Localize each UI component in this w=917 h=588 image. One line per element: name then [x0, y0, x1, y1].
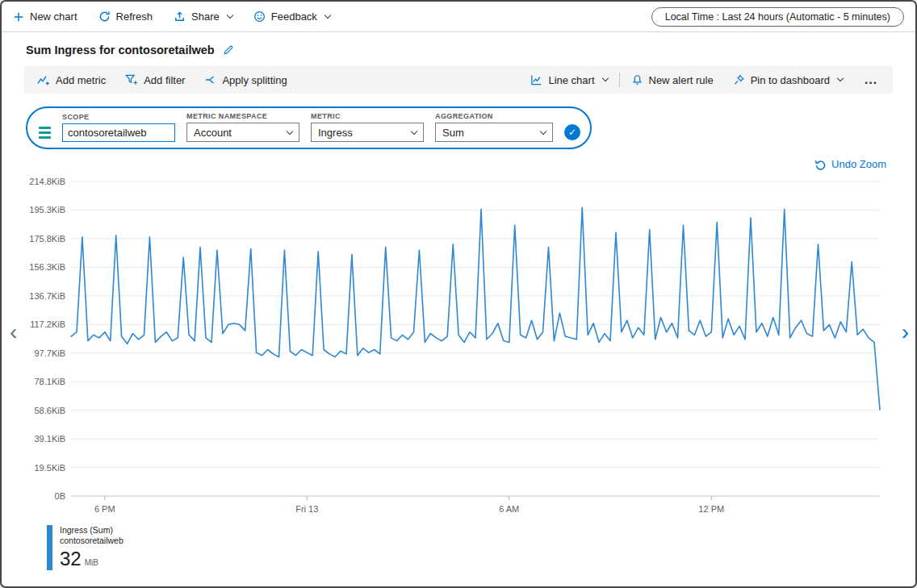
apply-splitting-label: Apply splitting — [222, 74, 287, 86]
apply-splitting-icon — [204, 74, 216, 85]
y-tick-label: 117.2KiB — [30, 319, 65, 329]
chevron-down-icon — [601, 75, 608, 81]
chevron-down-icon — [227, 11, 233, 18]
azure-metrics-window: New chart Refresh Share Feedback Local T… — [0, 0, 917, 588]
chart-toolbar-left: Add metric Add filter Apply splitting — [27, 66, 297, 94]
line-chart-icon — [530, 74, 542, 85]
add-filter-button[interactable]: Add filter — [115, 66, 195, 94]
chart-type-label: Line chart — [548, 74, 594, 86]
chevron-down-icon — [837, 75, 844, 81]
chevron-down-icon — [411, 128, 417, 135]
edit-title-button[interactable] — [223, 44, 234, 56]
apply-checkmark-button[interactable]: ✓ — [564, 124, 580, 140]
more-commands-button[interactable]: … — [852, 66, 890, 94]
y-tick-label: 78.1KiB — [34, 377, 65, 386]
metric-value: Ingress — [318, 127, 353, 139]
y-tick-label: 175.8KiB — [29, 234, 65, 244]
y-tick-label: 0B — [55, 491, 65, 501]
share-icon — [174, 10, 186, 23]
y-tick-label: 214.8KiB — [29, 177, 65, 186]
y-tick-label: 97.7KiB — [34, 348, 65, 358]
namespace-field-label: METRIC NAMESPACE — [186, 112, 299, 120]
share-label: Share — [191, 10, 220, 23]
namespace-field: METRIC NAMESPACE Account — [186, 112, 299, 142]
new-chart-button[interactable]: New chart — [13, 10, 77, 23]
chart-area: Undo Zoom ‹ 0B19.5KiB39.1KiB58.6KiB78.1K… — [2, 157, 915, 577]
scope-field-label: SCOPE — [62, 113, 175, 121]
pin-to-dashboard-button[interactable]: Pin to dashboard — [723, 66, 852, 94]
ingress-series-line — [71, 207, 880, 410]
scroll-right-chevron[interactable]: › — [902, 323, 909, 341]
plus-icon — [13, 11, 24, 23]
legend-sum-unit: MiB — [85, 558, 98, 567]
title-row: Sum Ingress for contosoretailweb — [2, 32, 915, 60]
x-tick-label: 12 PM — [698, 504, 724, 514]
new-alert-rule-button[interactable]: New alert rule — [622, 66, 723, 94]
scope-row: SCOPE METRIC NAMESPACE Account METRIC In… — [2, 94, 915, 149]
y-tick-label: 39.1KiB — [34, 434, 65, 444]
undo-icon — [814, 158, 827, 170]
aggregation-value: Sum — [442, 127, 464, 139]
edit-pencil-icon — [223, 44, 234, 56]
chart-toolbar: Add metric Add filter Apply splitting — [24, 66, 893, 94]
aggregation-dropdown[interactable]: Sum — [435, 123, 553, 142]
chevron-down-icon — [287, 128, 293, 135]
apply-splitting-button[interactable]: Apply splitting — [195, 66, 296, 94]
metric-field-label: METRIC — [311, 112, 424, 120]
add-metric-icon — [37, 74, 50, 85]
add-filter-label: Add filter — [144, 74, 185, 86]
pin-icon — [733, 74, 745, 85]
feedback-label: Feedback — [271, 10, 317, 23]
legend-color-swatch — [47, 525, 52, 570]
undo-zoom-label: Undo Zoom — [831, 158, 886, 170]
aggregation-field: AGGREGATION Sum — [435, 112, 553, 142]
metric-selector-pill: SCOPE METRIC NAMESPACE Account METRIC In… — [26, 106, 592, 149]
new-alert-icon — [631, 74, 643, 85]
feedback-button[interactable]: Feedback — [253, 10, 330, 23]
add-metric-button[interactable]: Add metric — [27, 66, 115, 94]
metric-dropdown[interactable]: Ingress — [311, 123, 424, 142]
new-chart-label: New chart — [30, 10, 77, 23]
toolbar-separator — [619, 73, 620, 87]
y-tick-label: 58.6KiB — [34, 406, 65, 415]
chevron-down-icon — [540, 128, 546, 135]
scope-field: SCOPE — [62, 113, 175, 142]
refresh-label: Refresh — [116, 10, 153, 23]
legend-item-ingress[interactable]: Ingress (Sum) contosoretailweb 32 MiB — [47, 525, 124, 570]
pin-to-dashboard-label: Pin to dashboard — [751, 74, 830, 86]
aggregation-field-label: AGGREGATION — [435, 112, 553, 120]
y-tick-label: 156.3KiB — [29, 262, 65, 272]
chart-type-dropdown[interactable]: Line chart — [521, 66, 617, 94]
scroll-left-chevron[interactable]: ‹ — [10, 323, 17, 341]
page-title: Sum Ingress for contosoretailweb — [26, 44, 215, 56]
scope-resource-icon — [39, 127, 51, 139]
namespace-dropdown[interactable]: Account — [186, 123, 299, 142]
refresh-button[interactable]: Refresh — [98, 10, 153, 23]
share-button[interactable]: Share — [174, 10, 232, 23]
x-tick-label: 6 PM — [94, 504, 115, 514]
refresh-icon — [98, 10, 111, 23]
y-tick-label: 195.3KiB — [29, 205, 65, 215]
chart-toolbar-right: Line chart New alert rule Pin to dashboa… — [521, 66, 890, 94]
add-metric-label: Add metric — [56, 74, 106, 86]
checkmark-icon: ✓ — [568, 127, 576, 138]
y-tick-label: 136.7KiB — [29, 291, 65, 301]
namespace-value: Account — [194, 127, 232, 139]
add-filter-icon — [125, 74, 138, 85]
metrics-line-chart[interactable]: 0B19.5KiB39.1KiB58.6KiB78.1KiB97.7KiB117… — [24, 170, 893, 525]
new-alert-rule-label: New alert rule — [649, 74, 714, 86]
legend-series-label: Ingress (Sum) — [60, 525, 124, 536]
y-tick-label: 19.5KiB — [34, 463, 65, 473]
top-toolbar: New chart Refresh Share Feedback Local T… — [2, 2, 915, 32]
time-range-picker[interactable]: Local Time : Last 24 hours (Automatic - … — [651, 7, 904, 27]
legend-sum-value: 32 — [60, 548, 82, 570]
chevron-down-icon — [325, 11, 331, 18]
legend-resource-label: contosoretailweb — [60, 536, 124, 546]
x-tick-label: Fri 13 — [295, 504, 318, 514]
undo-zoom-button[interactable]: Undo Zoom — [810, 157, 891, 171]
feedback-smiley-icon — [253, 10, 266, 23]
x-tick-label: 6 AM — [499, 504, 519, 514]
metric-field: METRIC Ingress — [311, 112, 424, 142]
legend-texts: Ingress (Sum) contosoretailweb 32 MiB — [60, 525, 124, 570]
scope-input[interactable] — [62, 123, 175, 142]
